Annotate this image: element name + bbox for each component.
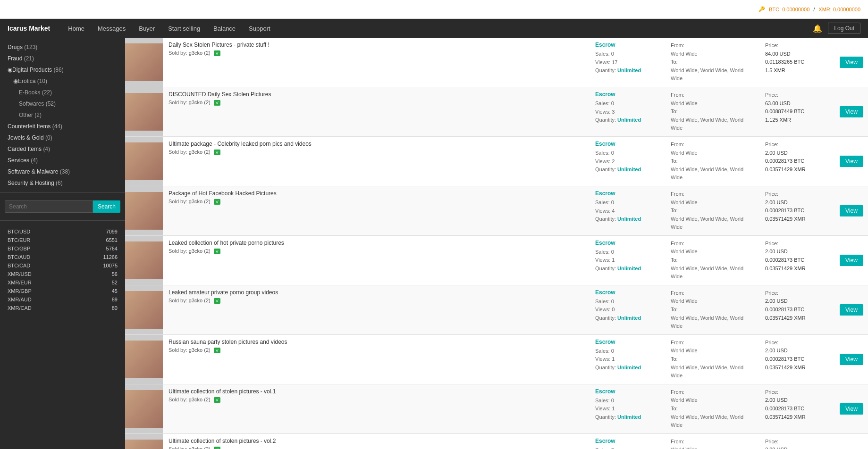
nav-start-selling[interactable]: Start selling (161, 19, 207, 38)
nav-balance[interactable]: Balance (207, 19, 242, 38)
price-label: Price: (765, 241, 778, 246)
listing-shipping: From: World Wide To: World Wide, World W… (665, 434, 759, 449)
category-fraud[interactable]: Fraud (21) (0, 53, 125, 64)
search-button[interactable]: Search (93, 200, 120, 213)
to-label: To: (671, 356, 678, 362)
nav-home[interactable]: Home (61, 19, 91, 38)
category-carded[interactable]: Carded Items (4) (0, 143, 125, 155)
logout-button[interactable]: Log Out (828, 23, 860, 34)
seller-name[interactable]: g3cko (2) (189, 347, 211, 353)
view-button[interactable]: View (840, 304, 863, 316)
view-button[interactable]: View (840, 57, 863, 68)
listing-stats: Sales: 0 Views: 4 Quantity: Unlimited (595, 199, 659, 224)
listing-title[interactable]: Russian sauna party stolen pictures and … (169, 339, 584, 345)
rate-xmrgbp: XMR/GBP45 (0, 287, 125, 295)
price-btc: 0.00028173 BTC (765, 158, 804, 164)
category-ebooks[interactable]: E-Books (22) (0, 87, 125, 98)
quantity-value: Unlimited (617, 216, 641, 222)
nav-messages[interactable]: Messages (91, 19, 132, 38)
listing-item: Leaked collection of hot private porno p… (125, 236, 868, 285)
listing-stats: Sales: 0 Views: 2 Quantity: Unlimited (595, 149, 659, 174)
seller-name[interactable]: g3cko (2) (189, 446, 211, 449)
view-button[interactable]: View (840, 354, 863, 365)
view-button[interactable]: View (840, 156, 863, 167)
price-label: Price: (765, 92, 778, 98)
listing-item: Ultimate collection of stolen pictures -… (125, 434, 868, 449)
quantity-value: Unlimited (617, 315, 641, 321)
category-drugs[interactable]: Drugs (123) (0, 42, 125, 53)
listing-item: Ultimate collection of stolen pictures -… (125, 384, 868, 434)
price-btc: 0.01183265 BTC (765, 59, 804, 65)
listing-title[interactable]: Daily Sex Stolen Pictures - private stuf… (169, 42, 584, 48)
listing-title[interactable]: Ultimate collection of stolen pictures -… (169, 388, 584, 395)
seller-name[interactable]: g3cko (2) (189, 298, 211, 303)
listing-title[interactable]: Ultimate collection of stolen pictures -… (169, 438, 584, 444)
search-input[interactable] (5, 200, 93, 213)
seller-name[interactable]: g3cko (2) (189, 248, 211, 254)
listing-title[interactable]: Leaked collection of hot private porno p… (169, 240, 584, 246)
nav-support[interactable]: Support (242, 19, 277, 38)
category-jewels[interactable]: Jewels & Gold (0) (0, 132, 125, 143)
price-usd: 2.00 USD (765, 298, 788, 304)
main-layout: Drugs (123) Fraud (21) ◉Digital Products… (0, 38, 868, 449)
rate-btceur: BTC/EUR6551 (0, 236, 125, 244)
category-security-hosting[interactable]: Security & Hosting (6) (0, 177, 125, 189)
listing-thumbnail (125, 236, 163, 285)
category-digital-products[interactable]: ◉Digital Products (86) (0, 64, 125, 75)
listing-title[interactable]: Package of Hot Facebook Hacked Pictures (169, 190, 584, 197)
listing-thumbnail (125, 38, 163, 87)
seller-name[interactable]: g3cko (2) (189, 397, 211, 402)
quantity-value: Unlimited (617, 414, 641, 420)
listing-info: DISCOUNTED Daily Sex Stolen Pictures Sol… (163, 87, 590, 136)
price-label: Price: (765, 141, 778, 147)
from-label: From: (671, 340, 684, 345)
vendor-badge: V (214, 199, 220, 205)
to-label: To: (671, 59, 678, 65)
search-area: Search (0, 197, 125, 216)
listing-action: View (835, 285, 868, 334)
listing-shipping: From: World Wide To: World Wide, World W… (665, 236, 759, 285)
sold-by-label: Sold by: (169, 100, 189, 105)
price-label: Price: (765, 290, 778, 296)
listing-title[interactable]: Ultimate package - Celebrity leaked porn… (169, 141, 584, 147)
category-counterfeit[interactable]: Counterfeit Items (44) (0, 121, 125, 132)
sold-by-label: Sold by: (169, 298, 189, 303)
seller-name[interactable]: g3cko (2) (189, 149, 211, 155)
listing-title[interactable]: Leaked amateur private porno group video… (169, 289, 584, 296)
listing-title[interactable]: DISCOUNTED Daily Sex Stolen Pictures (169, 91, 584, 98)
listing-escrow: Escrow Sales: 0 Views: 1 Quantity: Unlim… (590, 236, 665, 285)
price-label: Price: (765, 340, 778, 345)
escrow-label: Escrow (595, 388, 659, 395)
listing-action: View (835, 384, 868, 433)
category-services[interactable]: Services (4) (0, 155, 125, 166)
exchange-rates: BTC/USD7099 BTC/EUR6551 BTC/GBP5764 BTC/… (0, 224, 125, 315)
nav-buyer[interactable]: Buyer (132, 19, 161, 38)
sold-by-label: Sold by: (169, 149, 189, 155)
quantity-value: Unlimited (617, 266, 641, 271)
category-other[interactable]: Other (2) (0, 109, 125, 121)
price-btc: 0.00028173 BTC (765, 406, 804, 411)
listing-info: Russian sauna party stolen pictures and … (163, 335, 590, 384)
seller-name[interactable]: g3cko (2) (189, 100, 211, 105)
price-xmr: 1.5 XMR (765, 67, 785, 73)
seller-name[interactable]: g3cko (2) (189, 199, 211, 204)
category-erotica[interactable]: ◉Erotica (10) (0, 75, 125, 87)
view-button[interactable]: View (840, 205, 863, 216)
escrow-label: Escrow (595, 438, 659, 444)
listing-info: Package of Hot Facebook Hacked Pictures … (163, 186, 590, 235)
price-btc: 0.00028173 BTC (765, 208, 804, 213)
seller-name[interactable]: g3cko (2) (189, 50, 211, 56)
view-button[interactable]: View (840, 106, 863, 117)
category-software-malware[interactable]: Software & Malware (38) (0, 166, 125, 177)
view-button[interactable]: View (840, 255, 863, 266)
category-softwares[interactable]: Softwares (52) (0, 98, 125, 109)
rate-xmraud: XMR/AUD89 (0, 295, 125, 304)
notification-icon[interactable]: 🔔 (813, 24, 822, 33)
sold-by-label: Sold by: (169, 199, 189, 204)
listing-action: View (835, 186, 868, 235)
listing-seller: Sold by: g3cko (2) V (169, 149, 584, 155)
view-button[interactable]: View (840, 403, 863, 415)
price-btc: 0.00028173 BTC (765, 257, 804, 263)
user-icon: 🔑 (758, 6, 765, 12)
listing-escrow: Escrow Sales: 0 Views: 1 Quantity: Unlim… (590, 384, 665, 433)
